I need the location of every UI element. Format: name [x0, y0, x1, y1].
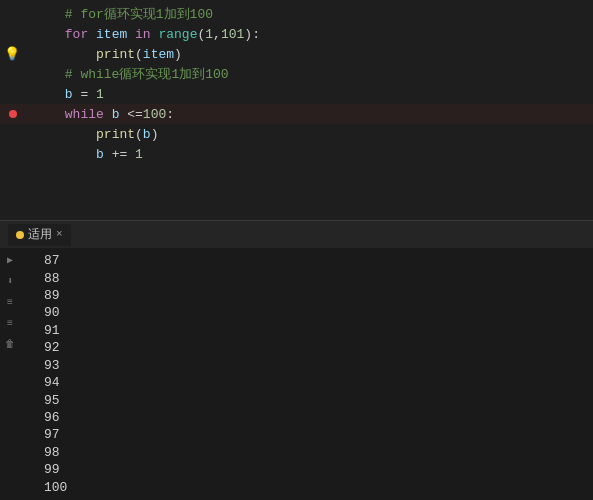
output-line-90: 90 [44, 304, 569, 321]
term-icon-3[interactable]: ≡ [2, 294, 18, 310]
bp-marker-6[interactable] [8, 110, 18, 118]
output-line-91: 91 [44, 322, 569, 339]
terminal-tab-close[interactable]: × [56, 229, 63, 240]
term-icon-2[interactable]: ⬇ [2, 273, 18, 289]
term-icon-4[interactable]: ≡ [2, 315, 18, 331]
output-line-95: 95 [44, 391, 569, 408]
bp-marker-3: 💡 [8, 46, 18, 62]
output-line-89: 89 [44, 287, 569, 304]
line-content-8: b += 1 [18, 132, 593, 177]
code-line-8: b += 1 [0, 144, 593, 164]
output-line-99: 99 [44, 461, 569, 478]
term-icon-5[interactable]: 🗑 [2, 336, 18, 352]
breakpoint-dot[interactable] [9, 110, 17, 118]
output-line-87: 87 [44, 252, 569, 269]
output-line-92: 92 [44, 339, 569, 356]
tab-dot-icon [16, 231, 24, 239]
indent-8 [65, 147, 96, 162]
num-1-8: 1 [135, 147, 143, 162]
terminal-tabs-bar: 适用 × [0, 220, 593, 248]
output-line-88: 88 [44, 269, 569, 286]
terminal-tab-active[interactable]: 适用 × [8, 224, 71, 246]
output-line-96: 96 [44, 409, 569, 426]
output-line-98: 98 [44, 444, 569, 461]
terminal-panel: 适用 × ▶ ⬇ ≡ ≡ 🗑 87 88 89 90 91 92 93 94 9… [0, 220, 593, 500]
output-line-97: 97 [44, 426, 569, 443]
output-line-94: 94 [44, 374, 569, 391]
output-line-100: 100 [44, 478, 569, 495]
code-editor: # for循环实现1加到100 for item in range(1,101)… [0, 0, 593, 220]
var-b-8: b [96, 147, 104, 162]
terminal-tab-label: 适用 [28, 226, 52, 243]
output-line-93: 93 [44, 357, 569, 374]
op-inc: += [104, 147, 135, 162]
term-icon-1[interactable]: ▶ [2, 252, 18, 268]
terminal-output: 87 88 89 90 91 92 93 94 95 96 97 98 99 1… [20, 248, 593, 500]
